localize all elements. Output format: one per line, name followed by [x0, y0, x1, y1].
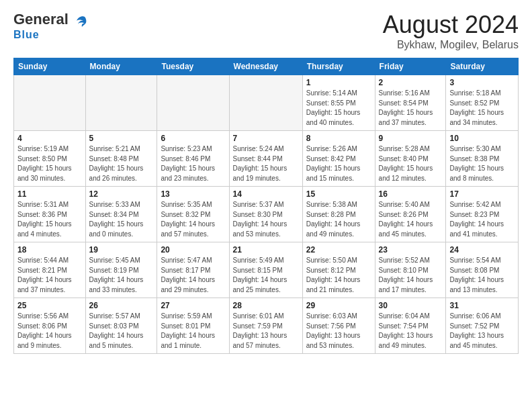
- calendar-cell: 30Sunrise: 6:04 AM Sunset: 7:54 PM Dayli…: [375, 298, 446, 354]
- day-info: Sunrise: 5:56 AM Sunset: 8:06 PM Dayligh…: [17, 312, 82, 351]
- day-info: Sunrise: 6:03 AM Sunset: 7:56 PM Dayligh…: [306, 312, 371, 351]
- day-info: Sunrise: 6:01 AM Sunset: 7:59 PM Dayligh…: [233, 312, 299, 351]
- calendar-cell: 29Sunrise: 6:03 AM Sunset: 7:56 PM Dayli…: [302, 298, 375, 354]
- day-number: 13: [161, 189, 225, 199]
- calendar-table: Sunday Monday Tuesday Wednesday Thursday…: [13, 58, 519, 354]
- day-number: 27: [161, 301, 225, 310]
- day-info: Sunrise: 5:38 AM Sunset: 8:28 PM Dayligh…: [306, 200, 371, 239]
- day-info: Sunrise: 5:49 AM Sunset: 8:15 PM Dayligh…: [233, 256, 299, 295]
- day-info: Sunrise: 5:16 AM Sunset: 8:54 PM Dayligh…: [379, 89, 443, 128]
- calendar-week-row: 4Sunrise: 5:19 AM Sunset: 8:50 PM Daylig…: [14, 131, 519, 187]
- day-number: 17: [449, 189, 515, 199]
- calendar-cell: 7Sunrise: 5:24 AM Sunset: 8:44 PM Daylig…: [229, 131, 302, 187]
- col-sunday: Sunday: [14, 58, 86, 75]
- day-info: Sunrise: 5:59 AM Sunset: 8:01 PM Dayligh…: [161, 312, 225, 351]
- calendar-cell: 11Sunrise: 5:31 AM Sunset: 8:36 PM Dayli…: [14, 187, 86, 242]
- day-number: 30: [379, 301, 443, 310]
- col-wednesday: Wednesday: [229, 58, 302, 75]
- day-info: Sunrise: 5:52 AM Sunset: 8:10 PM Dayligh…: [379, 256, 443, 295]
- month-title: August 2024: [383, 11, 519, 39]
- calendar-cell: 18Sunrise: 5:44 AM Sunset: 8:21 PM Dayli…: [14, 242, 86, 298]
- logo-bird-icon: [73, 14, 87, 29]
- day-number: 10: [449, 134, 515, 143]
- day-info: Sunrise: 5:57 AM Sunset: 8:03 PM Dayligh…: [89, 312, 154, 351]
- calendar-week-row: 11Sunrise: 5:31 AM Sunset: 8:36 PM Dayli…: [14, 187, 519, 242]
- day-info: Sunrise: 5:47 AM Sunset: 8:17 PM Dayligh…: [161, 256, 225, 295]
- day-number: 16: [379, 189, 443, 199]
- calendar-cell: 8Sunrise: 5:26 AM Sunset: 8:42 PM Daylig…: [302, 131, 375, 187]
- day-number: 31: [449, 301, 515, 310]
- calendar-cell: 16Sunrise: 5:40 AM Sunset: 8:26 PM Dayli…: [375, 187, 446, 242]
- day-info: Sunrise: 5:24 AM Sunset: 8:44 PM Dayligh…: [233, 144, 299, 183]
- logo: General Blue: [13, 11, 87, 41]
- calendar-cell: 26Sunrise: 5:57 AM Sunset: 8:03 PM Dayli…: [85, 298, 157, 354]
- day-number: 14: [233, 189, 299, 199]
- day-info: Sunrise: 5:18 AM Sunset: 8:52 PM Dayligh…: [449, 89, 515, 128]
- day-info: Sunrise: 5:35 AM Sunset: 8:32 PM Dayligh…: [161, 200, 225, 239]
- col-tuesday: Tuesday: [157, 58, 229, 75]
- day-number: 15: [306, 189, 371, 199]
- day-info: Sunrise: 6:04 AM Sunset: 7:54 PM Dayligh…: [379, 312, 443, 351]
- col-thursday: Thursday: [302, 58, 375, 75]
- day-number: 18: [17, 245, 82, 255]
- page-header: General Blue August 2024 Bykhaw, Mogilev…: [13, 11, 519, 51]
- calendar-cell: 19Sunrise: 5:45 AM Sunset: 8:19 PM Dayli…: [85, 242, 157, 298]
- day-info: Sunrise: 5:50 AM Sunset: 8:12 PM Dayligh…: [306, 256, 371, 295]
- day-number: 26: [89, 301, 154, 310]
- calendar-cell: 28Sunrise: 6:01 AM Sunset: 7:59 PM Dayli…: [229, 298, 302, 354]
- day-number: 20: [161, 245, 225, 255]
- calendar-cell: 15Sunrise: 5:38 AM Sunset: 8:28 PM Dayli…: [302, 187, 375, 242]
- calendar-week-row: 25Sunrise: 5:56 AM Sunset: 8:06 PM Dayli…: [14, 298, 519, 354]
- day-number: 6: [161, 134, 225, 143]
- col-saturday: Saturday: [446, 58, 519, 75]
- calendar-cell: 27Sunrise: 5:59 AM Sunset: 8:01 PM Dayli…: [157, 298, 229, 354]
- day-number: 2: [379, 78, 443, 87]
- day-info: Sunrise: 5:40 AM Sunset: 8:26 PM Dayligh…: [379, 200, 443, 239]
- day-info: Sunrise: 5:14 AM Sunset: 8:55 PM Dayligh…: [306, 89, 371, 128]
- calendar-cell: 14Sunrise: 5:37 AM Sunset: 8:30 PM Dayli…: [229, 187, 302, 242]
- day-number: 24: [449, 245, 515, 255]
- day-number: 5: [89, 134, 154, 143]
- calendar-cell: 3Sunrise: 5:18 AM Sunset: 8:52 PM Daylig…: [446, 75, 519, 131]
- day-info: Sunrise: 5:28 AM Sunset: 8:40 PM Dayligh…: [379, 144, 443, 183]
- day-number: 19: [89, 245, 154, 255]
- calendar-cell: 20Sunrise: 5:47 AM Sunset: 8:17 PM Dayli…: [157, 242, 229, 298]
- day-number: 21: [233, 245, 299, 255]
- calendar-cell: 12Sunrise: 5:33 AM Sunset: 8:34 PM Dayli…: [85, 187, 157, 242]
- day-info: Sunrise: 5:31 AM Sunset: 8:36 PM Dayligh…: [17, 200, 82, 239]
- logo-blue: Blue: [13, 29, 40, 40]
- calendar-cell: 2Sunrise: 5:16 AM Sunset: 8:54 PM Daylig…: [375, 75, 446, 131]
- calendar-cell: [157, 75, 229, 131]
- day-info: Sunrise: 5:19 AM Sunset: 8:50 PM Dayligh…: [17, 144, 82, 183]
- day-number: 4: [17, 134, 82, 143]
- day-info: Sunrise: 5:37 AM Sunset: 8:30 PM Dayligh…: [233, 200, 299, 239]
- day-number: 3: [449, 78, 515, 87]
- calendar-header-row: Sunday Monday Tuesday Wednesday Thursday…: [14, 58, 519, 75]
- calendar-cell: [14, 75, 86, 131]
- day-info: Sunrise: 5:44 AM Sunset: 8:21 PM Dayligh…: [17, 256, 82, 295]
- calendar-cell: 4Sunrise: 5:19 AM Sunset: 8:50 PM Daylig…: [14, 131, 86, 187]
- calendar-cell: 22Sunrise: 5:50 AM Sunset: 8:12 PM Dayli…: [302, 242, 375, 298]
- day-info: Sunrise: 5:26 AM Sunset: 8:42 PM Dayligh…: [306, 144, 371, 183]
- calendar-cell: [85, 75, 157, 131]
- calendar-cell: 23Sunrise: 5:52 AM Sunset: 8:10 PM Dayli…: [375, 242, 446, 298]
- day-info: Sunrise: 5:54 AM Sunset: 8:08 PM Dayligh…: [449, 256, 515, 295]
- day-info: Sunrise: 5:42 AM Sunset: 8:23 PM Dayligh…: [449, 200, 515, 239]
- calendar-cell: 5Sunrise: 5:21 AM Sunset: 8:48 PM Daylig…: [85, 131, 157, 187]
- calendar-cell: 25Sunrise: 5:56 AM Sunset: 8:06 PM Dayli…: [14, 298, 86, 354]
- calendar-cell: 6Sunrise: 5:23 AM Sunset: 8:46 PM Daylig…: [157, 131, 229, 187]
- calendar-week-row: 1Sunrise: 5:14 AM Sunset: 8:55 PM Daylig…: [14, 75, 519, 131]
- day-number: 8: [306, 134, 371, 143]
- calendar-cell: [229, 75, 302, 131]
- day-number: 7: [233, 134, 299, 143]
- day-number: 23: [379, 245, 443, 255]
- day-info: Sunrise: 5:30 AM Sunset: 8:38 PM Dayligh…: [449, 144, 515, 183]
- calendar-cell: 17Sunrise: 5:42 AM Sunset: 8:23 PM Dayli…: [446, 187, 519, 242]
- day-number: 1: [306, 78, 371, 87]
- col-friday: Friday: [375, 58, 446, 75]
- calendar-cell: 31Sunrise: 6:06 AM Sunset: 7:52 PM Dayli…: [446, 298, 519, 354]
- logo-general: General: [13, 11, 69, 28]
- day-number: 22: [306, 245, 371, 255]
- day-number: 29: [306, 301, 371, 310]
- calendar-cell: 1Sunrise: 5:14 AM Sunset: 8:55 PM Daylig…: [302, 75, 375, 131]
